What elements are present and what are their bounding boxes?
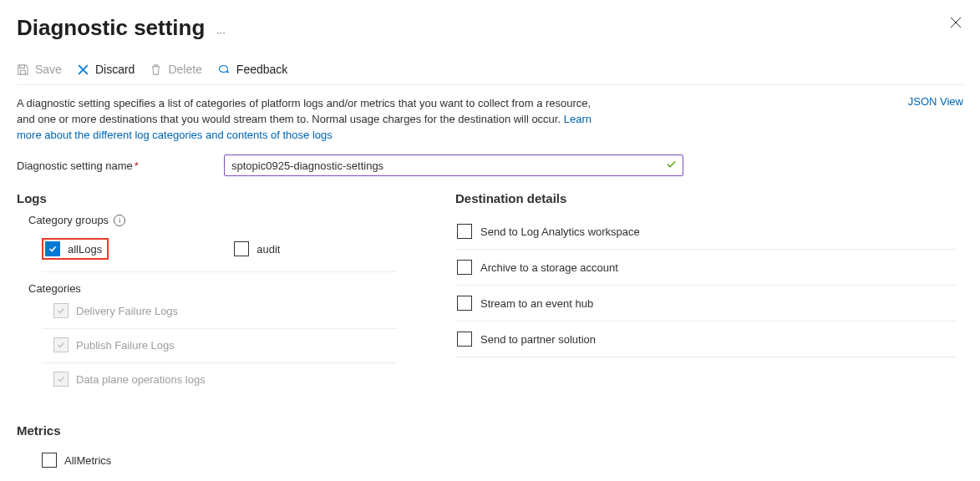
- input-valid-icon: [666, 159, 677, 172]
- delete-button[interactable]: Delete: [150, 63, 201, 76]
- discard-icon: [77, 63, 89, 76]
- description-text: A diagnostic setting specifies a list of…: [17, 95, 602, 143]
- save-icon: [17, 63, 29, 76]
- feedback-button[interactable]: Feedback: [217, 63, 287, 76]
- delete-icon: [150, 63, 162, 76]
- checkbox-disabled-checked-icon: [53, 337, 69, 352]
- category-group-alllogs-highlight: allLogs: [42, 238, 109, 260]
- setting-name-label: Diagnostic setting name*: [17, 159, 224, 172]
- checkbox-unchecked-icon: [457, 224, 472, 239]
- more-actions-icon[interactable]: ···: [216, 26, 226, 38]
- logs-heading: Logs: [17, 191, 397, 205]
- close-icon: [950, 17, 962, 28]
- page-title: Diagnostic setting: [17, 15, 205, 40]
- info-icon[interactable]: i: [114, 215, 125, 226]
- discard-button[interactable]: Discard: [77, 63, 135, 76]
- setting-name-input[interactable]: [224, 154, 683, 176]
- category-group-audit[interactable]: audit: [234, 238, 280, 260]
- checkbox-unchecked-icon: [234, 241, 249, 256]
- dest-event-hub[interactable]: Stream to an event hub: [455, 286, 957, 322]
- dest-partner-solution[interactable]: Send to partner solution: [455, 322, 957, 357]
- metric-allmetrics[interactable]: AllMetrics: [42, 453, 111, 468]
- checkbox-unchecked-icon: [457, 332, 472, 347]
- close-button[interactable]: [948, 15, 963, 33]
- category-publish-failure: Publish Failure Logs: [53, 337, 175, 352]
- feedback-icon: [217, 63, 231, 76]
- checkbox-unchecked-icon: [42, 453, 57, 468]
- checkbox-checked-icon: [45, 241, 60, 256]
- category-data-plane-ops: Data plane operations logs: [53, 372, 206, 387]
- checkbox-disabled-checked-icon: [53, 372, 69, 387]
- dest-log-analytics[interactable]: Send to Log Analytics workspace: [455, 214, 957, 250]
- json-view-link[interactable]: JSON View: [908, 95, 963, 143]
- categories-label: Categories: [28, 282, 397, 295]
- category-group-alllogs[interactable]: allLogs: [45, 241, 102, 256]
- category-delivery-failure: Delivery Failure Logs: [53, 303, 178, 318]
- dest-storage-account[interactable]: Archive to a storage account: [455, 250, 957, 286]
- destination-heading: Destination details: [455, 191, 957, 205]
- checkbox-disabled-checked-icon: [53, 303, 69, 318]
- category-groups-label: Category groups: [28, 214, 109, 226]
- checkbox-unchecked-icon: [457, 296, 472, 311]
- checkbox-unchecked-icon: [457, 260, 472, 275]
- metrics-heading: Metrics: [17, 423, 397, 438]
- save-button[interactable]: Save: [17, 63, 62, 76]
